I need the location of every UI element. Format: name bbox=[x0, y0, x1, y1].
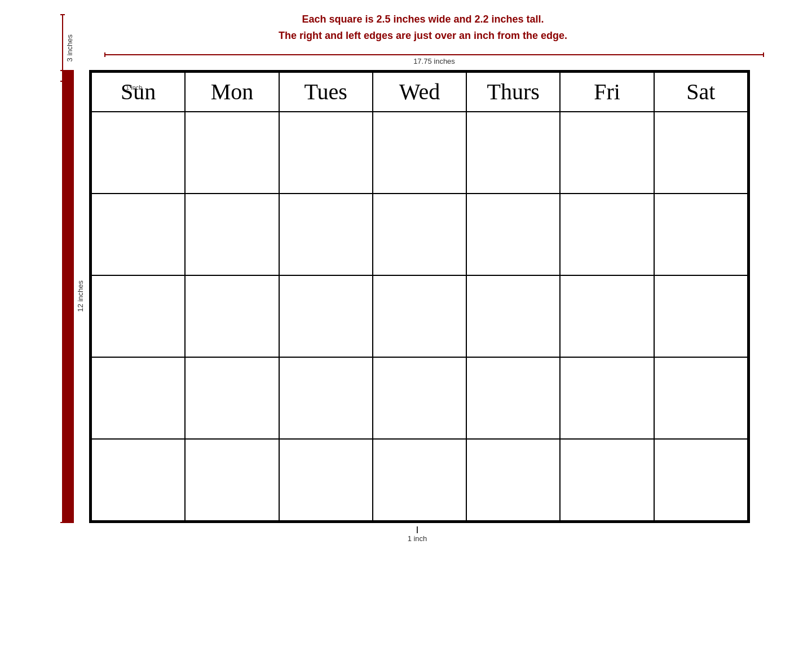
cell-row3-tues bbox=[279, 275, 373, 357]
cell-row5-thurs bbox=[466, 439, 560, 521]
day-mon: Mon bbox=[211, 79, 254, 104]
cell-row3-wed bbox=[373, 275, 466, 357]
cell-row4-mon bbox=[185, 357, 279, 439]
top-horizontal-label: 17.75 inches bbox=[413, 57, 455, 65]
top-vertical-label: 3 inches bbox=[65, 34, 74, 62]
instruction-line1: Each square is 2.5 inches wide and 2.2 i… bbox=[279, 11, 567, 28]
cell-row1-fri bbox=[560, 112, 654, 194]
header-mon: Mon bbox=[185, 72, 279, 112]
day-wed: Wed bbox=[399, 79, 440, 104]
cell-row2-fri bbox=[560, 194, 654, 275]
day-tues: Tues bbox=[304, 79, 347, 104]
cell-row5-tues bbox=[279, 439, 373, 521]
cell-row2-thurs bbox=[466, 194, 560, 275]
day-sat: Sat bbox=[686, 79, 715, 104]
cell-row3-sun bbox=[91, 275, 185, 357]
bottom-tick: 1 inch bbox=[408, 526, 427, 543]
cell-row1-tues bbox=[279, 112, 373, 194]
cell-row3-thurs bbox=[466, 275, 560, 357]
top-annotations: 3 inches Each square is 2.5 inches wide … bbox=[62, 11, 750, 65]
inch-label-topleft: 1 inch bbox=[123, 82, 145, 93]
cell-row4-tues bbox=[279, 357, 373, 439]
cell-row1-sun bbox=[91, 112, 185, 194]
calendar-header-row: 1 inch Sun Mon Tues Wed Thurs Fri Sat bbox=[91, 72, 748, 112]
day-thurs: Thurs bbox=[487, 79, 540, 104]
cell-row2-wed bbox=[373, 194, 466, 275]
calendar-table: 1 inch Sun Mon Tues Wed Thurs Fri Sat bbox=[91, 72, 748, 521]
cell-row4-sat bbox=[654, 357, 748, 439]
header-sat: Sat bbox=[654, 72, 748, 112]
cell-row5-sat bbox=[654, 439, 748, 521]
cell-row5-fri bbox=[560, 439, 654, 521]
bottom-inch-label: 1 inch bbox=[408, 534, 427, 543]
calendar-row-2 bbox=[91, 194, 748, 275]
cell-row5-mon bbox=[185, 439, 279, 521]
bottom-annotation: 1 inch bbox=[73, 526, 761, 543]
header-thurs: Thurs bbox=[466, 72, 560, 112]
cell-row5-wed bbox=[373, 439, 466, 521]
cell-row1-sat bbox=[654, 112, 748, 194]
cell-row2-sun bbox=[91, 194, 185, 275]
instructions-block: Each square is 2.5 inches wide and 2.2 i… bbox=[279, 11, 567, 44]
instruction-line2: The right and left edges are just over a… bbox=[279, 28, 567, 44]
top-horizontal-line bbox=[104, 54, 764, 55]
cell-row1-mon bbox=[185, 112, 279, 194]
calendar-wrapper: 12 inches 1 inch Sun Mon Tues Wed bbox=[62, 70, 750, 523]
cell-row1-wed bbox=[373, 112, 466, 194]
cell-row4-thurs bbox=[466, 357, 560, 439]
cell-row2-sat bbox=[654, 194, 748, 275]
calendar-row-1 bbox=[91, 112, 748, 194]
cell-row4-fri bbox=[560, 357, 654, 439]
cell-row1-thurs bbox=[466, 112, 560, 194]
top-horizontal-annotation: 17.75 inches bbox=[76, 54, 764, 65]
cell-row2-mon bbox=[185, 194, 279, 275]
cell-row2-tues bbox=[279, 194, 373, 275]
left-vertical-line bbox=[62, 70, 74, 523]
calendar-row-5 bbox=[91, 439, 748, 521]
left-vertical-label: 12 inches bbox=[76, 280, 85, 312]
bottom-tick-line bbox=[417, 526, 418, 533]
cell-row3-sat bbox=[654, 275, 748, 357]
cell-row3-mon bbox=[185, 275, 279, 357]
calendar-row-4 bbox=[91, 357, 748, 439]
cell-row3-fri bbox=[560, 275, 654, 357]
header-tues: Tues bbox=[279, 72, 373, 112]
left-annotation: 12 inches bbox=[62, 70, 85, 523]
day-fri: Fri bbox=[594, 79, 620, 104]
page-container: 3 inches Each square is 2.5 inches wide … bbox=[62, 11, 750, 543]
calendar-row-3 bbox=[91, 275, 748, 357]
calendar-grid: 1 inch Sun Mon Tues Wed Thurs Fri Sat bbox=[89, 70, 750, 523]
header-sun: 1 inch Sun bbox=[91, 72, 185, 112]
header-wed: Wed bbox=[373, 72, 466, 112]
header-fri: Fri bbox=[560, 72, 654, 112]
cell-row5-sun bbox=[91, 439, 185, 521]
cell-row4-wed bbox=[373, 357, 466, 439]
cell-row4-sun bbox=[91, 357, 185, 439]
